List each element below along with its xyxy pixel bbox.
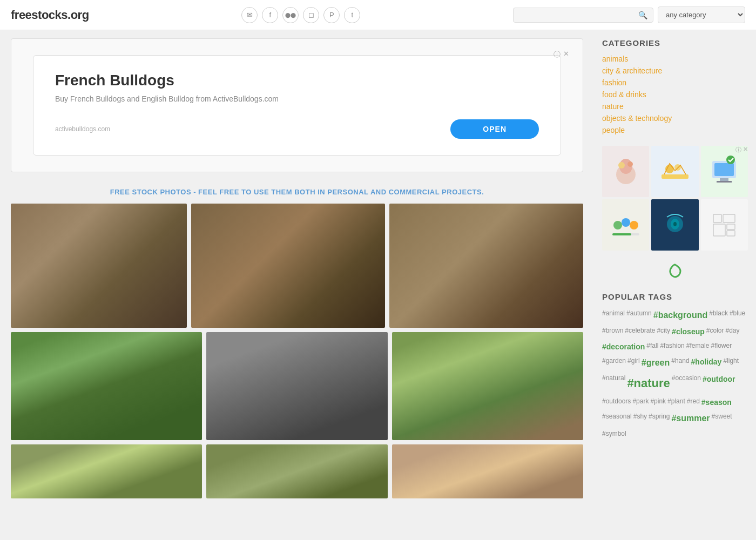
tag-season[interactable]: #season — [701, 396, 732, 409]
category-link-fashion[interactable]: fashion — [602, 78, 626, 87]
search-input[interactable] — [519, 11, 638, 19]
tag-celebrate[interactable]: #celebrate — [625, 325, 655, 339]
tag-black[interactable]: #black — [709, 308, 728, 323]
tag-flower[interactable]: #flower — [711, 340, 732, 354]
sidebar-ad-item-2[interactable] — [651, 146, 698, 197]
svg-rect-21 — [723, 214, 735, 222]
tag-fashion[interactable]: #fashion — [660, 340, 684, 354]
tag-decoration[interactable]: #decoration — [602, 340, 645, 354]
popular-tags-title: POPULAR TAGS — [602, 292, 748, 301]
ad-close-icon[interactable]: ✕ — [563, 50, 569, 59]
tag-red[interactable]: #red — [687, 396, 700, 409]
photo-item-7[interactable] — [11, 444, 202, 498]
ad-title: French Bulldogs — [55, 72, 174, 89]
twitter-icon[interactable]: t — [344, 7, 360, 23]
ad-open-button[interactable]: OPEN — [450, 119, 539, 139]
svg-point-12 — [613, 221, 622, 230]
sidebar-ad-controls: ⓘ ✕ — [735, 146, 748, 154]
tag-plant[interactable]: #plant — [667, 396, 685, 409]
list-item: objects & technology — [602, 113, 748, 123]
category-link-objects[interactable]: objects & technology — [602, 114, 672, 123]
facebook-icon[interactable]: f — [262, 7, 278, 23]
photo-item-2[interactable] — [191, 204, 385, 328]
photo-row-1 — [11, 204, 583, 328]
flickr-icon[interactable]: ⬤⬤ — [282, 7, 299, 23]
tag-animal[interactable]: #animal — [602, 308, 625, 323]
photo-item-3[interactable] — [389, 204, 583, 328]
tag-fall[interactable]: #fall — [646, 340, 658, 354]
search-icon[interactable]: 🔍 — [638, 11, 647, 19]
svg-rect-16 — [612, 233, 631, 235]
tag-closeup[interactable]: #closeup — [672, 325, 705, 339]
tag-park[interactable]: #park — [632, 396, 649, 409]
logo[interactable]: freestocks.org — [11, 8, 89, 22]
tag-seasonal[interactable]: #seasonal — [602, 411, 632, 427]
photo-item-1[interactable] — [11, 204, 187, 328]
list-item: animals — [602, 54, 748, 64]
tag-female[interactable]: #female — [686, 340, 710, 354]
sidebar-ad-item-6[interactable] — [701, 199, 748, 251]
tag-spring[interactable]: #spring — [649, 411, 670, 427]
tag-girl[interactable]: #girl — [627, 355, 640, 371]
svg-rect-9 — [720, 178, 728, 181]
tag-symbol[interactable]: #symbol — [602, 428, 626, 440]
tag-light[interactable]: #light — [723, 355, 739, 371]
tag-color[interactable]: #color — [706, 325, 724, 339]
tag-outdoor[interactable]: #outdoor — [703, 373, 735, 394]
sidebar-ad-info-icon[interactable]: ⓘ — [735, 146, 741, 154]
svg-rect-22 — [713, 224, 725, 236]
sidebar-ad-item-5[interactable] — [651, 199, 698, 251]
svg-point-2 — [618, 162, 625, 168]
category-link-nature[interactable]: nature — [602, 102, 624, 111]
svg-rect-4 — [662, 174, 688, 179]
list-item: people — [602, 125, 748, 135]
photo-item-8[interactable] — [206, 444, 388, 498]
svg-rect-20 — [713, 214, 721, 222]
photo-grid — [0, 204, 594, 498]
tag-garden[interactable]: #garden — [602, 355, 626, 371]
ad-footer: activebulldogs.com OPEN — [55, 119, 539, 139]
tag-autumn[interactable]: #autumn — [626, 308, 652, 323]
tag-hand[interactable]: #hand — [671, 355, 689, 371]
pinterest-icon[interactable]: P — [323, 7, 340, 23]
photo-item-5[interactable] — [206, 332, 388, 440]
tag-blue[interactable]: #blue — [730, 308, 745, 323]
categories-list: animals city & architecture fashion food… — [602, 54, 748, 135]
svg-rect-8 — [714, 163, 734, 176]
tag-holiday[interactable]: #holiday — [691, 355, 722, 371]
tag-city[interactable]: #city — [657, 325, 670, 339]
tag-outdoors[interactable]: #outdoors — [602, 396, 631, 409]
photo-row-2 — [11, 332, 583, 440]
tag-brown[interactable]: #brown — [602, 325, 623, 339]
tag-natural[interactable]: #natural — [602, 373, 625, 394]
ad-subtitle: Buy French Bulldogs and English Bulldog … — [55, 94, 279, 103]
photo-item-6[interactable] — [392, 332, 583, 440]
tag-pink[interactable]: #pink — [650, 396, 666, 409]
list-item: fashion — [602, 78, 748, 87]
ad-controls: ⓘ ✕ — [554, 50, 569, 59]
category-link-animals[interactable]: animals — [602, 55, 628, 63]
email-icon[interactable]: ✉ — [241, 7, 258, 23]
tag-occasion[interactable]: #occasion — [672, 373, 701, 394]
svg-rect-24 — [727, 231, 735, 236]
tag-shy[interactable]: #shy — [633, 411, 647, 427]
photo-item-4[interactable] — [11, 332, 202, 440]
category-select[interactable]: any category animals city & architecture… — [658, 6, 745, 23]
tag-sweet[interactable]: #sweet — [712, 411, 732, 427]
category-link-food[interactable]: food & drinks — [602, 90, 646, 99]
sidebar-ad-item-4[interactable] — [602, 199, 649, 251]
category-link-city[interactable]: city & architecture — [602, 66, 662, 75]
tag-summer[interactable]: #summer — [671, 411, 710, 427]
sidebar-ad-item-1[interactable] — [602, 146, 649, 197]
tags-container: #animal #autumn #background #black #blue… — [602, 308, 748, 440]
ad-banner-inner: French Bulldogs Buy French Bulldogs and … — [33, 55, 561, 156]
tag-day[interactable]: #day — [725, 325, 739, 339]
sidebar-ad-close-icon[interactable]: ✕ — [743, 146, 748, 154]
tag-nature[interactable]: #nature — [627, 373, 670, 394]
tag-green[interactable]: #green — [642, 355, 670, 371]
ad-info-icon[interactable]: ⓘ — [554, 50, 561, 59]
instagram-icon[interactable]: ◻ — [303, 7, 319, 23]
photo-item-9[interactable] — [392, 444, 583, 498]
tag-background[interactable]: #background — [653, 308, 707, 323]
category-link-people[interactable]: people — [602, 126, 625, 134]
